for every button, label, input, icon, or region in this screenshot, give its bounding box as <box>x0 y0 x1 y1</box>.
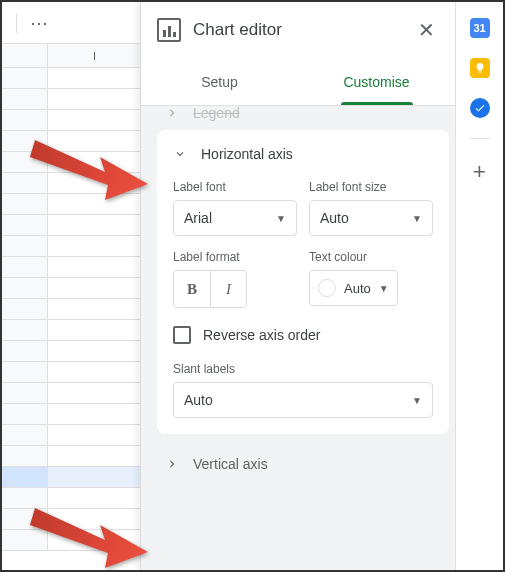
label-format-label: Label format <box>173 250 297 264</box>
slant-labels-label: Slant labels <box>173 362 433 376</box>
section-horizontal-axis: Horizontal axis Label font Arial ▼ Label… <box>157 130 449 434</box>
chart-icon <box>157 18 181 42</box>
reverse-axis-label: Reverse axis order <box>203 327 321 343</box>
label-font-label: Label font <box>173 180 297 194</box>
text-colour-value: Auto <box>344 281 371 296</box>
section-horizontal-header[interactable]: Horizontal axis <box>173 146 433 162</box>
label-font-size-dropdown[interactable]: Auto ▼ <box>309 200 433 236</box>
more-icon[interactable]: ⋯ <box>25 9 53 37</box>
checkbox-unchecked <box>173 326 191 344</box>
google-side-panel: 31 + <box>455 2 503 570</box>
text-colour-picker[interactable]: Auto ▼ <box>309 270 398 306</box>
column-header-i[interactable]: I <box>48 44 142 67</box>
chevron-right-icon <box>165 457 179 471</box>
tab-setup[interactable]: Setup <box>141 58 298 105</box>
tab-customise[interactable]: Customise <box>298 58 455 105</box>
label-font-value: Arial <box>184 210 212 226</box>
spreadsheet-background: ⋯ I <box>2 2 142 570</box>
text-colour-label: Text colour <box>309 250 433 264</box>
label-format-buttons: B I <box>173 270 247 308</box>
chart-editor-panel: Chart editor ✕ Setup Customise Legend Ho… <box>140 2 455 570</box>
dropdown-arrow-icon: ▼ <box>412 213 422 224</box>
vertical-axis-title: Vertical axis <box>193 456 268 472</box>
chevron-down-icon <box>173 147 187 161</box>
editor-tabs: Setup Customise <box>141 58 455 106</box>
customise-scroll-area[interactable]: Legend Horizontal axis Label font Arial … <box>141 106 455 570</box>
italic-button[interactable]: I <box>210 271 246 307</box>
bold-button[interactable]: B <box>174 271 210 307</box>
tasks-icon[interactable] <box>470 98 490 118</box>
column-headers: I <box>2 44 142 68</box>
editor-header: Chart editor ✕ <box>141 2 455 58</box>
add-addon-icon[interactable]: + <box>473 159 486 185</box>
calendar-icon[interactable]: 31 <box>470 18 490 38</box>
section-vertical-axis[interactable]: Vertical axis <box>157 442 449 486</box>
label-font-size-value: Auto <box>320 210 349 226</box>
horizontal-axis-title: Horizontal axis <box>201 146 293 162</box>
editor-title: Chart editor <box>193 20 402 40</box>
label-font-size-label: Label font size <box>309 180 433 194</box>
slant-labels-dropdown[interactable]: Auto ▼ <box>173 382 433 418</box>
reverse-axis-checkbox-row[interactable]: Reverse axis order <box>173 326 433 344</box>
dropdown-arrow-icon: ▼ <box>379 283 389 294</box>
side-panel-divider <box>470 138 490 139</box>
section-legend[interactable]: Legend <box>157 106 449 130</box>
colour-swatch <box>318 279 336 297</box>
label-font-dropdown[interactable]: Arial ▼ <box>173 200 297 236</box>
dropdown-arrow-icon: ▼ <box>276 213 286 224</box>
select-all-cell[interactable] <box>2 44 48 67</box>
dropdown-arrow-icon: ▼ <box>412 395 422 406</box>
slant-labels-value: Auto <box>184 392 213 408</box>
close-icon[interactable]: ✕ <box>414 14 439 46</box>
keep-icon[interactable] <box>470 58 490 78</box>
section-legend-label: Legend <box>193 106 240 121</box>
sheet-rows <box>2 68 142 551</box>
chevron-right-icon <box>165 106 179 120</box>
sheet-toolbar: ⋯ <box>2 2 142 44</box>
